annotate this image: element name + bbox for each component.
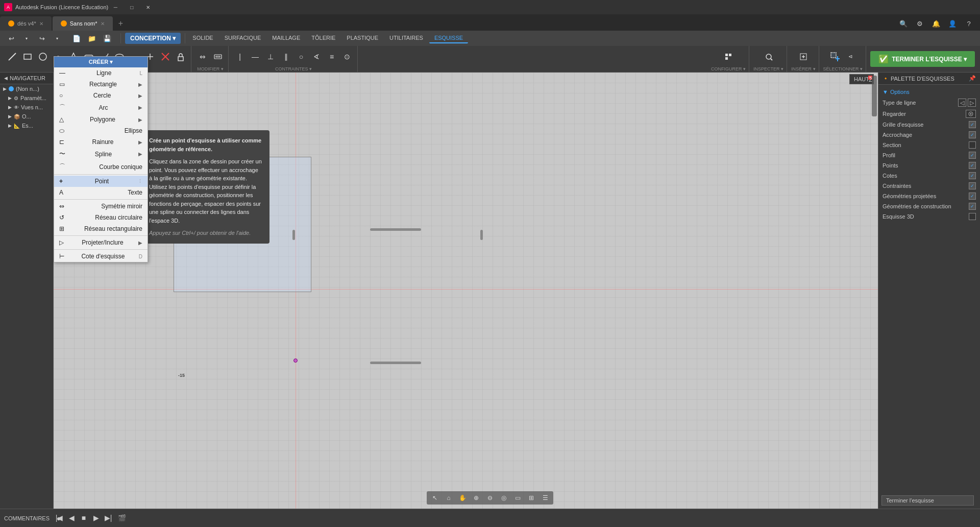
zoom-in-tool-btn[interactable]: ⊕ [470, 492, 482, 504]
check-cotes[interactable] [969, 172, 976, 179]
regarder-icon[interactable] [966, 110, 976, 118]
tab-close-sansnom[interactable]: ✕ [101, 21, 105, 27]
menu-pin-point[interactable]: ⋮ [138, 179, 142, 184]
constraint2[interactable]: — [248, 50, 262, 64]
help-button[interactable]: ? [962, 16, 976, 31]
nav-last-button[interactable]: ▶| [103, 512, 114, 523]
mirror-button[interactable]: ⇔ [195, 50, 210, 64]
menu-item-rectangle[interactable]: ▭ Rectangle ▶ [54, 79, 148, 90]
nav-root[interactable]: ▶ (Non n...) [0, 84, 53, 93]
pan-tool-btn[interactable]: ✋ [456, 492, 469, 504]
menu-item-polygone[interactable]: △ Polygone ▶ [54, 114, 148, 125]
open-button[interactable]: 📁 [85, 31, 99, 45]
menu-item-texte[interactable]: A Texte [54, 187, 148, 198]
home-tool-btn[interactable]: ⌂ [443, 492, 455, 504]
tab-sansnom[interactable]: Sans nom* ✕ [53, 16, 113, 31]
module-surfacique[interactable]: SURFACIQUE [219, 33, 266, 43]
module-maillage[interactable]: MAILLAGE [267, 33, 305, 43]
check-accrochage[interactable] [969, 131, 976, 138]
tab-close-des[interactable]: ✕ [39, 21, 43, 27]
vertical-scrollbar[interactable] [872, 76, 877, 116]
module-solide[interactable]: SOLIDE [187, 33, 218, 43]
constraint8[interactable]: ⊙ [340, 50, 354, 64]
maximize-button[interactable]: □ [125, 2, 139, 13]
tab-des[interactable]: dés v4* ✕ [0, 16, 52, 31]
module-utilitaires[interactable]: UTILITAIRES [384, 33, 428, 43]
check-geoprojetes[interactable] [969, 193, 976, 200]
palette-section-title[interactable]: ▼ Options [883, 87, 976, 97]
menu-item-rainure[interactable]: ⊏ Rainure ▶ [54, 136, 148, 148]
user-icon[interactable]: 👤 [945, 16, 960, 31]
menu-item-projeter[interactable]: ▷ Projeter/Inclure ▶ [54, 237, 148, 248]
menu-item-point[interactable]: + Point ⋮ [54, 176, 148, 187]
conception-button[interactable]: CONCEPTION ▾ [125, 33, 181, 44]
close-button[interactable]: ✕ [141, 2, 155, 13]
configurer-btn[interactable] [720, 50, 737, 64]
sketch-handle-left[interactable] [292, 230, 295, 240]
undo-button[interactable]: ↩ [4, 31, 18, 45]
constraint6[interactable]: ∢ [309, 50, 324, 64]
menu-item-resrect[interactable]: ⊞ Réseau rectangulaire [54, 223, 148, 234]
constraint7[interactable]: ≡ [325, 50, 339, 64]
save-button[interactable]: 💾 [100, 31, 114, 45]
check-esquisse3d[interactable] [969, 213, 976, 220]
terminer-btn-panel[interactable]: Terminer l'esquisse [881, 495, 974, 506]
constraint5[interactable]: ○ [294, 50, 308, 64]
nav-vues[interactable]: ▶ 👁 Vues n... [0, 103, 53, 112]
minimize-button[interactable]: ─ [108, 2, 122, 13]
check-grille[interactable] [969, 121, 976, 128]
check-points[interactable] [969, 162, 976, 169]
lock-tool-button[interactable] [174, 50, 188, 64]
palette-pin[interactable]: 📌 [969, 75, 976, 82]
menu-item-spline[interactable]: 〜 Spline ▶ [54, 148, 148, 160]
constraint4[interactable]: ∥ [279, 50, 293, 64]
nav-stop-button[interactable]: ■ [78, 512, 89, 523]
menu-item-rescirc[interactable]: ↺ Réseau circulaire [54, 212, 148, 223]
check-geoconstruction[interactable] [969, 203, 976, 210]
sketch-handle-right[interactable] [480, 230, 483, 240]
circle-tool-button[interactable] [36, 50, 50, 64]
selection-box-btn[interactable] [828, 50, 842, 64]
module-plastique[interactable]: PLASTIQUE [341, 33, 383, 43]
type-ligne-left[interactable]: ◁ [958, 99, 966, 107]
module-tolerie[interactable]: TÔLERIE [306, 33, 340, 43]
view-type-btn[interactable]: ⊞ [525, 492, 537, 504]
check-profil[interactable] [969, 152, 976, 159]
undo-dropdown[interactable]: ▾ [19, 31, 34, 45]
more-btn[interactable]: ☰ [539, 492, 551, 504]
new-button[interactable]: 📄 [69, 31, 84, 45]
nav-first-button[interactable]: |◀ [54, 512, 65, 523]
settings-button[interactable]: ⚙ [913, 16, 927, 31]
inserer-btn[interactable] [795, 50, 812, 64]
constraint1[interactable]: | [233, 50, 247, 64]
menu-item-arc[interactable]: ⌒ Arc ▶ [54, 101, 148, 114]
redo-button[interactable]: ↪ [35, 31, 49, 45]
menu-item-cercle[interactable]: ○ Cercle ▶ [54, 90, 148, 101]
nav-es[interactable]: ▶ 📐 Es... [0, 121, 53, 130]
nav-params[interactable]: ▶ ⚙ Paramèt... [0, 93, 53, 103]
nav-prev-button[interactable]: ◀ [66, 512, 77, 523]
menu-item-ligne[interactable]: — Ligne L [54, 67, 148, 79]
search-online-button[interactable]: 🔍 [896, 16, 911, 31]
menu-item-symmiroir[interactable]: ⇔ Symétrie miroir [54, 201, 148, 212]
zoom-fit-tool-btn[interactable]: ◎ [498, 492, 510, 504]
constraint3[interactable]: ⊥ [263, 50, 278, 64]
sketch-handle-bottom[interactable] [370, 362, 421, 364]
check-section[interactable] [969, 141, 976, 149]
new-tab-button[interactable]: + [114, 16, 128, 31]
module-esquisse[interactable]: ESQUISSE [429, 33, 468, 43]
menu-item-cconique[interactable]: ⌒ Courbe conique [54, 160, 148, 173]
cursor-tool-btn[interactable]: ↖ [429, 492, 441, 504]
animation-settings-button[interactable]: 🎬 [115, 511, 129, 525]
rect-tool-button[interactable] [20, 50, 35, 64]
nav-play-button[interactable]: ▶ [90, 512, 102, 523]
type-ligne-right[interactable]: ▷ [968, 99, 976, 107]
filter-btn[interactable]: ⊲ [843, 50, 857, 64]
sketch-handle-top[interactable] [370, 228, 421, 231]
menu-item-cote[interactable]: ⊢ Cote d'esquisse D [54, 251, 148, 262]
trim-tool-button[interactable] [158, 50, 173, 64]
nav-o[interactable]: ▶ 📦 O... [0, 112, 53, 121]
bell-icon[interactable]: 🔔 [929, 16, 943, 31]
inspecter-btn[interactable] [761, 50, 777, 64]
check-contraintes[interactable] [969, 182, 976, 189]
